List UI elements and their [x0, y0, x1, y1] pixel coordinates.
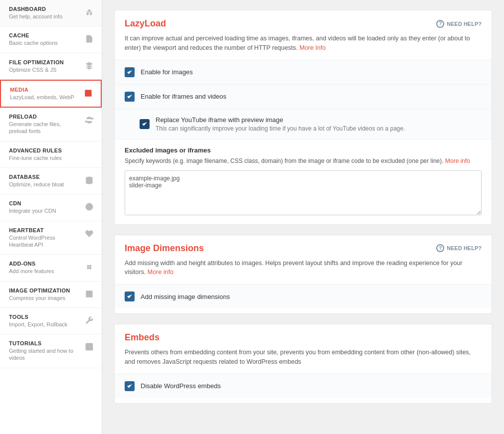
sidebar-item-add-ons[interactable]: ADD-ONSAdd more features [0, 255, 102, 281]
sidebar-item-subtitle-file-optimization: Optimize CSS & JS [9, 66, 80, 73]
svg-point-1 [86, 91, 87, 92]
tools-icon [84, 315, 95, 326]
embeds-section: Embeds Prevents others from embedding co… [114, 324, 492, 404]
database-icon [84, 175, 95, 186]
sidebar-item-dashboard[interactable]: DASHBOARDGet help, account info [0, 0, 102, 26]
add-missing-dimensions-row: Add missing image dimensions [115, 284, 492, 308]
replace-youtube-row: Replace YouTube iframe with preview imag… [115, 109, 492, 139]
disable-wp-embeds-row: Disable WordPress embeds [115, 374, 492, 398]
sidebar-item-subtitle-cache: Basic cache options [9, 39, 80, 46]
sidebar-item-subtitle-dashboard: Get help, account info [9, 13, 80, 20]
globe-icon [84, 201, 95, 212]
excluded-section: Excluded images or iframes Specify keywo… [115, 139, 492, 224]
layers-icon [84, 60, 95, 71]
sidebar-item-subtitle-cdn: Integrate your CDN [9, 207, 80, 214]
svg-point-16 [87, 292, 88, 293]
sidebar: DASHBOARDGet help, account infoCACHEBasi… [0, 0, 102, 434]
lazyload-desc: It can improve actual and perceived load… [115, 29, 492, 60]
image-opt-icon [84, 289, 95, 299]
sidebar-item-subtitle-add-ons: Add more features [9, 268, 80, 275]
sidebar-item-media[interactable]: MEDIALazyLoad, embeds, WebP [0, 80, 102, 108]
help-icon-2: ? [436, 244, 444, 252]
sidebar-item-file-optimization[interactable]: FILE OPTIMIZATIONOptimize CSS & JS [0, 53, 102, 80]
excluded-desc: Specify keywords (e.g. image filename, C… [125, 156, 482, 165]
excluded-textarea[interactable]: example-image.jpg slider-image [125, 170, 482, 215]
sidebar-item-subtitle-database: Optimize, reduce bloat [9, 181, 80, 188]
sidebar-item-subtitle-heartbeat: Control WordPress Heartbeat API [9, 234, 80, 249]
lazyload-title: LazyLoad [125, 18, 166, 29]
sidebar-item-cache[interactable]: CACHEBasic cache options [0, 26, 102, 53]
sidebar-item-title-cdn: CDN [9, 200, 80, 206]
sidebar-item-subtitle-image-optimization: Compress your images [9, 294, 80, 301]
help-icon: ? [436, 20, 444, 28]
sidebar-item-title-dashboard: DASHBOARD [9, 6, 80, 12]
sidebar-item-heartbeat[interactable]: HEARTBEATControl WordPress Heartbeat API [0, 221, 102, 255]
sidebar-item-cdn[interactable]: CDNIntegrate your CDN [0, 194, 102, 221]
sidebar-item-subtitle-preload: Generate cache files, preload fonts [9, 121, 80, 135]
lazyload-more-info-link[interactable]: More Info [300, 44, 326, 51]
sidebar-item-title-preload: PRELOAD [9, 114, 80, 120]
svg-point-12 [89, 267, 92, 270]
sidebar-item-title-media: MEDIA [10, 87, 79, 93]
lazyload-section: LazyLoad ? NEED HELP? It can improve act… [114, 10, 492, 225]
svg-point-14 [89, 265, 92, 268]
image-icon [83, 88, 94, 99]
replace-youtube-label: Replace YouTube iframe with preview imag… [156, 116, 405, 124]
list-icon [84, 148, 95, 159]
image-dimensions-section: Image Dimensions ? NEED HELP? Add missin… [114, 235, 492, 314]
sidebar-item-preload[interactable]: PRELOADGenerate cache files, preload fon… [0, 108, 102, 142]
excluded-title: Excluded images or iframes [125, 146, 482, 154]
sidebar-item-title-advanced-rules: ADVANCED RULES [9, 147, 80, 153]
svg-point-13 [87, 267, 90, 270]
sidebar-item-database[interactable]: DATABASEOptimize, reduce bloat [0, 168, 102, 194]
lazyload-need-help[interactable]: ? NEED HELP? [436, 20, 482, 28]
disable-wp-embeds-checkbox[interactable] [125, 381, 135, 391]
refresh-icon [84, 115, 95, 126]
excluded-more-info-link[interactable]: More info [445, 157, 470, 164]
image-dimensions-title: Image Dimensions [125, 243, 204, 254]
sidebar-item-subtitle-tools: Import, Export, Rollback [9, 321, 80, 328]
embeds-title: Embeds [125, 332, 160, 343]
sidebar-item-title-cache: CACHE [9, 32, 80, 38]
sidebar-item-subtitle-media: LazyLoad, embeds, WebP [10, 94, 79, 101]
enable-iframes-checkbox[interactable] [125, 92, 135, 102]
enable-iframes-row: Enable for iframes and videos [115, 84, 492, 109]
sidebar-item-title-image-optimization: IMAGE OPTIMIZATION [9, 288, 80, 293]
add-missing-dimensions-checkbox[interactable] [125, 291, 135, 301]
svg-point-11 [87, 265, 90, 268]
replace-youtube-desc: This can significantly improve your load… [156, 125, 405, 132]
home-icon [84, 7, 95, 18]
main-content: LazyLoad ? NEED HELP? It can improve act… [102, 0, 504, 434]
sidebar-item-tutorials[interactable]: TUTORIALSGetting started and how to vide… [0, 334, 102, 368]
enable-iframes-label: Enable for iframes and videos [141, 93, 226, 100]
image-dimensions-need-help[interactable]: ? NEED HELP? [436, 244, 482, 252]
embeds-desc: Prevents others from embedding content f… [115, 343, 492, 374]
sidebar-item-title-heartbeat: HEARTBEAT [9, 227, 80, 233]
heart-icon [84, 228, 95, 239]
sidebar-item-subtitle-advanced-rules: Fine-tune cache rules [9, 154, 80, 161]
sidebar-item-image-optimization[interactable]: IMAGE OPTIMIZATIONCompress your images [0, 282, 102, 308]
image-dimensions-desc: Add missing width and height attributes … [115, 254, 492, 285]
disable-wp-embeds-label: Disable WordPress embeds [141, 382, 221, 390]
image-dimensions-more-info[interactable]: More info [148, 269, 173, 276]
sidebar-item-title-add-ons: ADD-ONS [9, 261, 80, 267]
sidebar-item-title-tools: TOOLS [9, 314, 80, 320]
sidebar-item-advanced-rules[interactable]: ADVANCED RULESFine-tune cache rules [0, 142, 102, 168]
enable-images-row: Enable for images [115, 60, 492, 84]
add-missing-dimensions-label: Add missing image dimensions [141, 293, 230, 300]
sidebar-item-title-tutorials: TUTORIALS [9, 340, 80, 346]
sidebar-item-tools[interactable]: TOOLSImport, Export, Rollback [0, 308, 102, 334]
file-icon [84, 33, 95, 44]
enable-images-checkbox[interactable] [125, 67, 135, 77]
play-icon [84, 341, 95, 352]
enable-images-label: Enable for images [141, 68, 193, 76]
sidebar-item-subtitle-tutorials: Getting started and how to videos [9, 347, 80, 362]
replace-youtube-checkbox[interactable] [140, 119, 150, 129]
sidebar-item-title-file-optimization: FILE OPTIMIZATION [9, 59, 80, 65]
addons-icon [84, 262, 95, 273]
sidebar-item-title-database: DATABASE [9, 174, 80, 180]
